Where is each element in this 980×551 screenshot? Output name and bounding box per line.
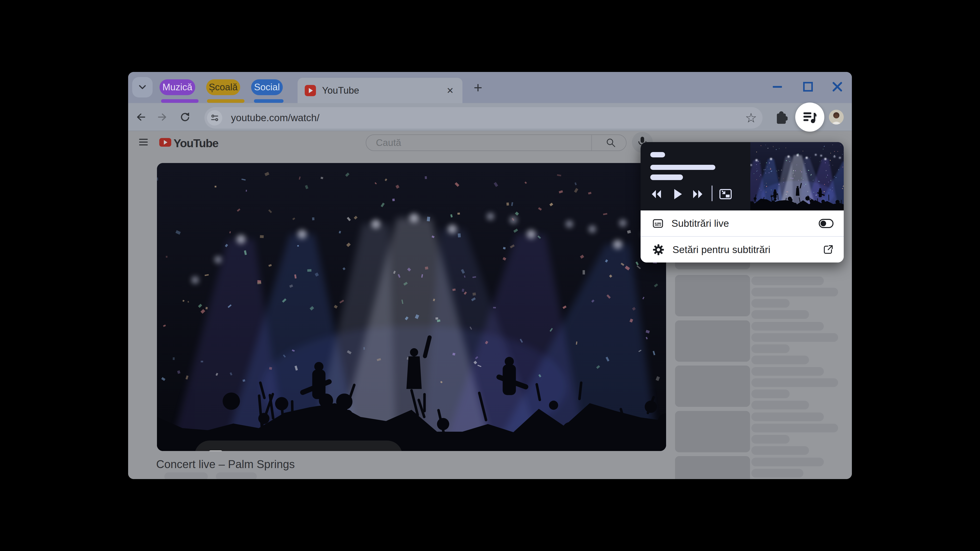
site-info-icon[interactable] bbox=[207, 110, 222, 125]
search-input[interactable] bbox=[375, 137, 576, 148]
skeleton-text-line bbox=[751, 367, 824, 376]
skeleton-text-line bbox=[751, 469, 803, 478]
controls-divider bbox=[711, 186, 713, 201]
skeleton-text-line bbox=[751, 401, 809, 410]
tab-title: YouTube bbox=[322, 85, 447, 96]
playback-controls bbox=[641, 185, 750, 203]
browser-toolbar: youtube.com/watch/ ☆ bbox=[128, 103, 852, 131]
desktop-background: MuzicăȘcoalăSocial YouTube ✕ + bbox=[0, 0, 980, 551]
skeleton-text-line bbox=[751, 299, 790, 308]
maximize-icon bbox=[803, 82, 813, 92]
minimize-button[interactable] bbox=[772, 82, 783, 92]
live-captions-icon bbox=[652, 218, 664, 229]
youtube-logo-icon[interactable] bbox=[159, 138, 171, 147]
previous-track-icon[interactable] bbox=[649, 189, 663, 199]
skeleton-text-line bbox=[751, 457, 824, 466]
skeleton-text-line bbox=[751, 345, 790, 353]
skeleton-text-line bbox=[751, 356, 809, 364]
live-captions-row[interactable]: Subtitrări live bbox=[641, 210, 844, 236]
skeleton-text-line bbox=[751, 424, 838, 432]
media-controls-button[interactable] bbox=[795, 103, 824, 132]
forward-button[interactable] bbox=[157, 111, 168, 123]
back-button[interactable] bbox=[135, 111, 146, 123]
caption-settings-label: Setări pentru subtitrări bbox=[673, 244, 770, 256]
tab-group-3[interactable]: Social bbox=[251, 79, 283, 95]
cast-icon bbox=[208, 449, 224, 451]
address-bar[interactable]: youtube.com/watch/ ☆ bbox=[204, 107, 762, 129]
suggestion-skeleton-item bbox=[675, 365, 843, 408]
caption-settings-row[interactable]: Setări pentru subtitrări bbox=[641, 237, 844, 262]
media-text-skeleton bbox=[650, 175, 683, 180]
tab-group-1[interactable]: Muzică bbox=[159, 79, 195, 95]
close-icon bbox=[832, 82, 842, 92]
search-icon bbox=[605, 137, 617, 149]
skeleton-text-line bbox=[751, 446, 809, 455]
video-player[interactable]: Se redă pe televizorul din sufragerie bbox=[157, 163, 666, 451]
reload-button[interactable] bbox=[180, 111, 191, 123]
media-session-card bbox=[641, 142, 844, 210]
bookmark-star-icon[interactable]: ☆ bbox=[745, 107, 757, 129]
skeleton-thumbnail bbox=[675, 456, 750, 479]
skeleton-text-line bbox=[751, 310, 809, 319]
picture-in-picture-icon[interactable] bbox=[719, 187, 732, 201]
skeleton-text-line bbox=[751, 333, 838, 342]
tab-group-underline bbox=[207, 99, 245, 103]
open-in-new-icon[interactable] bbox=[822, 244, 834, 256]
next-track-icon[interactable] bbox=[690, 189, 705, 199]
search-divider bbox=[591, 135, 592, 151]
skeleton-text-line bbox=[751, 389, 790, 398]
skeleton-text-line bbox=[751, 276, 824, 285]
extensions-icon[interactable] bbox=[773, 110, 788, 124]
minimize-icon bbox=[772, 82, 783, 92]
live-captions-label: Subtitrări live bbox=[671, 218, 729, 229]
chevron-down-icon bbox=[138, 84, 147, 90]
tab-strip: MuzicăȘcoalăSocial YouTube ✕ + bbox=[128, 72, 852, 103]
browser-window: MuzicăȘcoalăSocial YouTube ✕ + bbox=[128, 72, 852, 479]
tab-close-icon[interactable]: ✕ bbox=[447, 86, 454, 96]
search-button[interactable] bbox=[596, 135, 626, 151]
toggle-knob bbox=[821, 221, 826, 226]
tab-group-underline bbox=[254, 99, 283, 103]
skeleton-text-line bbox=[751, 413, 824, 421]
url-text: youtube.com/watch/ bbox=[231, 112, 320, 124]
suggestion-skeleton-item bbox=[675, 275, 843, 318]
media-controls-popup: Subtitrări live Setări pentru subtitrări bbox=[641, 142, 844, 262]
suggestion-skeleton-item bbox=[675, 456, 843, 479]
search-box bbox=[366, 135, 627, 151]
suggestion-skeleton-item bbox=[675, 411, 843, 453]
skeleton-thumbnail bbox=[675, 365, 750, 407]
youtube-favicon bbox=[305, 85, 316, 96]
skeleton-text-line bbox=[751, 322, 824, 330]
skeleton-text-line bbox=[751, 288, 838, 297]
meta-skeleton-chip bbox=[216, 472, 257, 479]
media-text-skeleton bbox=[650, 165, 715, 170]
skeleton-thumbnail bbox=[675, 321, 750, 362]
menu-icon[interactable] bbox=[139, 139, 148, 145]
tab-group-underline bbox=[161, 99, 199, 103]
new-tab-button[interactable]: + bbox=[471, 81, 485, 94]
tab-youtube[interactable]: YouTube ✕ bbox=[298, 78, 463, 103]
skeleton-text-line bbox=[751, 435, 790, 444]
play-icon[interactable] bbox=[673, 189, 682, 200]
skeleton-thumbnail bbox=[675, 275, 750, 316]
meta-skeleton-chip bbox=[164, 472, 208, 479]
tab-search-button[interactable] bbox=[132, 77, 153, 97]
close-button[interactable] bbox=[832, 82, 842, 92]
suggestion-skeleton-item bbox=[675, 321, 843, 363]
cast-toast: Se redă pe televizorul din sufragerie bbox=[194, 441, 402, 451]
media-thumbnail bbox=[750, 142, 844, 210]
avatar[interactable] bbox=[829, 110, 844, 124]
video-title: Concert live – Palm Springs bbox=[156, 458, 295, 471]
playlist-music-icon bbox=[801, 109, 818, 125]
concert-video-frame bbox=[157, 163, 666, 451]
skeleton-text-line bbox=[751, 378, 838, 387]
skeleton-thumbnail bbox=[675, 411, 750, 452]
media-text-skeleton bbox=[650, 152, 665, 157]
gear-icon bbox=[652, 243, 665, 256]
tab-group-2[interactable]: Școală bbox=[206, 79, 240, 95]
cast-toast-text: Se redă pe televizorul din sufragerie bbox=[233, 450, 392, 451]
maximize-button[interactable] bbox=[803, 82, 813, 92]
youtube-logo-text[interactable]: YouTube bbox=[173, 137, 218, 150]
live-captions-toggle[interactable] bbox=[819, 219, 834, 228]
